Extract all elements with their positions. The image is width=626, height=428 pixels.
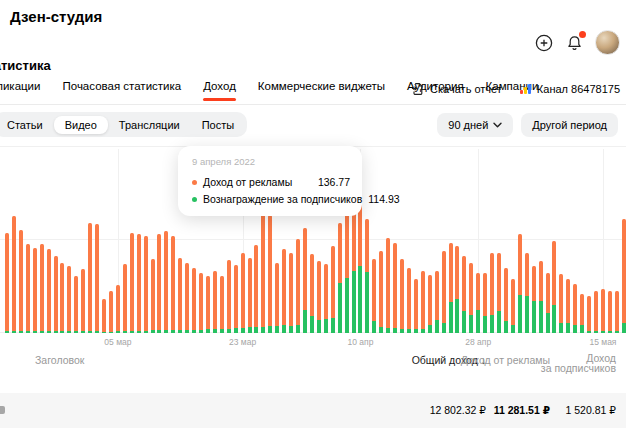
bar-day-58[interactable]	[400, 259, 404, 333]
bar-day-66[interactable]	[455, 246, 459, 333]
bar-day-8[interactable]	[54, 256, 58, 333]
bar-day-68[interactable]	[469, 263, 473, 333]
bar-day-59[interactable]	[407, 268, 411, 333]
bar-day-64[interactable]	[442, 251, 446, 333]
channel-selector[interactable]: Канал 86478175	[520, 83, 620, 95]
bar-day-18[interactable]	[123, 264, 127, 333]
bar-day-31[interactable]	[213, 271, 217, 333]
bar-day-39[interactable]	[268, 215, 272, 333]
tab-доход[interactable]: Доход	[203, 80, 236, 101]
bar-day-45[interactable]	[310, 254, 314, 333]
bar-day-4[interactable]	[26, 244, 30, 333]
content-tab-видео[interactable]: Видео	[54, 116, 108, 134]
bar-day-90[interactable]	[622, 219, 626, 333]
bar-day-48[interactable]	[331, 246, 335, 333]
bar-day-60[interactable]	[414, 279, 418, 333]
bar-day-57[interactable]	[393, 243, 397, 333]
bar-day-6[interactable]	[40, 244, 44, 333]
bar-day-88[interactable]	[608, 291, 612, 333]
bar-day-56[interactable]	[386, 238, 390, 333]
bar-day-77[interactable]	[532, 266, 536, 333]
bar-day-33[interactable]	[227, 260, 231, 333]
bar-day-1[interactable]	[5, 233, 9, 333]
user-avatar[interactable]	[595, 30, 620, 55]
bar-day-25[interactable]	[171, 236, 175, 333]
table-row[interactable]: 12 802.32 ₽ 11 281.51 ₽ 1 520.81 ₽	[0, 393, 626, 428]
bar-day-89[interactable]	[615, 291, 619, 333]
bar-day-37[interactable]	[254, 245, 258, 333]
bar-day-49[interactable]	[338, 223, 342, 333]
bar-day-24[interactable]	[164, 231, 168, 333]
bar-day-79[interactable]	[546, 273, 550, 333]
bar-day-14[interactable]	[95, 224, 99, 333]
bar-day-9[interactable]	[60, 263, 64, 333]
bar-day-55[interactable]	[379, 251, 383, 333]
bar-day-22[interactable]	[151, 259, 155, 333]
bar-day-83[interactable]	[573, 284, 577, 333]
bar-day-34[interactable]	[234, 265, 238, 333]
bar-day-5[interactable]	[33, 248, 37, 333]
bar-day-76[interactable]	[525, 253, 529, 333]
bar-day-26[interactable]	[178, 258, 182, 333]
bar-day-40[interactable]	[275, 263, 279, 333]
bar-day-27[interactable]	[185, 263, 189, 333]
bar-day-35[interactable]	[241, 253, 245, 333]
bar-day-84[interactable]	[580, 294, 584, 333]
bar-day-15[interactable]	[102, 299, 106, 333]
bar-day-86[interactable]	[594, 291, 598, 333]
bar-day-47[interactable]	[324, 264, 328, 333]
bar-day-32[interactable]	[220, 276, 224, 333]
bar-day-67[interactable]	[462, 256, 466, 333]
add-button[interactable]	[535, 34, 553, 52]
bar-day-61[interactable]	[421, 271, 425, 333]
bar-day-80[interactable]	[552, 241, 556, 333]
col-header-subscriber-income[interactable]: Доход за подписчиков	[541, 354, 616, 373]
bar-day-78[interactable]	[539, 261, 543, 333]
bar-day-71[interactable]	[490, 253, 494, 333]
bar-day-17[interactable]	[116, 285, 120, 333]
bar-day-85[interactable]	[587, 296, 591, 333]
bar-day-36[interactable]	[248, 258, 252, 333]
bar-day-30[interactable]	[206, 276, 210, 333]
bar-day-19[interactable]	[130, 233, 134, 333]
bar-day-62[interactable]	[428, 275, 432, 333]
bar-day-73[interactable]	[504, 268, 508, 333]
bar-day-75[interactable]	[518, 234, 522, 333]
bar-day-54[interactable]	[372, 259, 376, 333]
bar-day-81[interactable]	[559, 274, 563, 333]
tab-коммерческие-виджеты[interactable]: Коммерческие виджеты	[258, 80, 385, 101]
bar-day-41[interactable]	[282, 249, 286, 333]
bar-day-65[interactable]	[449, 243, 453, 333]
bar-day-72[interactable]	[497, 253, 501, 333]
tab-публикации[interactable]: Публикации	[0, 80, 40, 101]
bar-day-16[interactable]	[109, 291, 113, 333]
col-header-ad-income[interactable]: Доход от рекламы	[461, 354, 550, 366]
bar-day-53[interactable]	[365, 219, 369, 333]
bar-day-44[interactable]	[303, 228, 307, 333]
bar-day-50[interactable]	[345, 214, 349, 333]
bar-day-51[interactable]	[352, 196, 356, 333]
custom-period-button[interactable]: Другой период	[521, 113, 618, 137]
bar-day-38[interactable]	[261, 212, 265, 333]
bar-day-20[interactable]	[137, 234, 141, 333]
bar-day-7[interactable]	[47, 249, 51, 333]
bar-day-82[interactable]	[566, 279, 570, 333]
bar-day-11[interactable]	[74, 276, 78, 333]
bar-day-23[interactable]	[157, 234, 161, 333]
bar-day-42[interactable]	[289, 253, 293, 333]
bar-day-13[interactable]	[88, 223, 92, 333]
bar-day-3[interactable]	[19, 230, 23, 333]
content-tab-посты[interactable]: Посты	[191, 116, 245, 134]
content-tab-трансляции[interactable]: Трансляции	[108, 116, 191, 134]
period-dropdown[interactable]: 90 дней	[437, 113, 513, 137]
notifications-button[interactable]	[565, 34, 583, 52]
bar-day-63[interactable]	[435, 271, 439, 333]
bar-day-87[interactable]	[601, 289, 605, 333]
bar-day-2[interactable]	[12, 216, 16, 333]
bar-day-29[interactable]	[199, 273, 203, 333]
content-tab-статьи[interactable]: Статьи	[0, 116, 54, 134]
bar-day-12[interactable]	[81, 269, 85, 333]
bar-day-69[interactable]	[476, 273, 480, 333]
tab-почасовая-статистика[interactable]: Почасовая статистика	[62, 80, 181, 101]
bar-day-74[interactable]	[511, 279, 515, 333]
